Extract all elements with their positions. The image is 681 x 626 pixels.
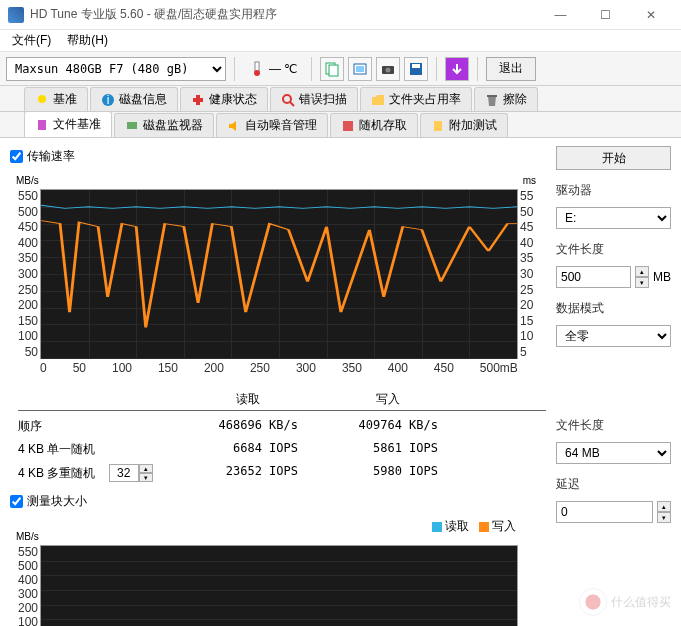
menu-help[interactable]: 帮助(H) (59, 30, 116, 51)
hdr-write: 写入 (318, 389, 458, 410)
random-icon (341, 119, 355, 133)
tab-extra[interactable]: 附加测试 (420, 113, 508, 137)
svg-rect-20 (343, 121, 353, 131)
transfer-rate-checkbox[interactable]: 传输速率 (10, 148, 546, 165)
tabs-row-2: 文件基准 磁盘监视器 自动噪音管理 随机存取 附加测试 (0, 112, 681, 138)
delay-input[interactable] (556, 501, 653, 523)
filelen-stepper[interactable]: ▴▾ (635, 266, 649, 288)
y-unit-left: MB/s (16, 175, 39, 186)
mode-select[interactable]: 全零 (556, 325, 671, 347)
svg-line-16 (290, 102, 294, 106)
app-icon (8, 7, 24, 23)
options-icon[interactable] (445, 57, 469, 81)
svg-rect-5 (356, 66, 364, 72)
titlebar: HD Tune 专业版 5.60 - 硬盘/固态硬盘实用程序 — ☐ ✕ (0, 0, 681, 30)
bulb-icon (35, 93, 49, 107)
menubar: 文件(F) 帮助(H) (0, 30, 681, 52)
copy-info-icon[interactable] (320, 57, 344, 81)
folder-icon (371, 93, 385, 107)
filelen-input[interactable] (556, 266, 631, 288)
transfer-chart (40, 189, 518, 359)
y-unit-right: ms (523, 175, 536, 186)
copy-screenshot-icon[interactable] (348, 57, 372, 81)
start-button[interactable]: 开始 (556, 146, 671, 170)
y-axis-right: 555045403530252015105 (520, 189, 538, 359)
delay-label: 延迟 (556, 476, 671, 493)
transfer-chart-wrap: MB/s ms 55050045040035030025020015010050… (40, 189, 518, 359)
temperature-value: — ℃ (269, 62, 297, 76)
tab-monitor[interactable]: 磁盘监视器 (114, 113, 214, 137)
blocksize-chart-wrap: MB/s 550500400300200100500 0.51248163264… (40, 545, 518, 626)
tab-benchmark[interactable]: 基准 (24, 87, 88, 111)
queue-depth-stepper[interactable]: ▴▾ (109, 464, 153, 482)
toolbar: Maxsun 480GB F7 (480 gB) — ℃ 退出 (0, 52, 681, 86)
tab-file-benchmark[interactable]: 文件基准 (24, 111, 112, 137)
exit-button[interactable]: 退出 (486, 57, 536, 81)
filelen2-select[interactable]: 64 MB (556, 442, 671, 464)
trash-icon (485, 93, 499, 107)
row-4k-single: 4 KB 单一随机 6684 IOPS 5861 IOPS (18, 438, 546, 461)
window-title: HD Tune 专业版 5.60 - 硬盘/固态硬盘实用程序 (30, 6, 538, 23)
row-sequential: 顺序 468696 KB/s 409764 KB/s (18, 415, 546, 438)
x-axis: 050100150200250300350400450500mB (40, 361, 518, 375)
svg-rect-9 (412, 64, 420, 68)
legend: 读取 写入 (10, 518, 516, 535)
svg-rect-3 (329, 65, 338, 76)
blocksize-checkbox[interactable]: 测量块大小 (10, 493, 546, 510)
svg-point-10 (38, 95, 46, 103)
side-panel: 开始 驱动器 E: 文件长度 ▴▾ MB 数据模式 全零 文件长度 64 MB … (556, 146, 671, 626)
save-icon[interactable] (404, 57, 428, 81)
plus-icon (191, 93, 205, 107)
blocksize-chart (40, 545, 518, 626)
extra-icon (431, 119, 445, 133)
svg-rect-19 (127, 122, 137, 129)
speaker-icon (227, 119, 241, 133)
file-bench-icon (35, 118, 49, 132)
tab-erase[interactable]: 擦除 (474, 87, 538, 111)
watermark-icon (579, 588, 607, 616)
svg-rect-21 (434, 121, 442, 131)
tab-info[interactable]: i磁盘信息 (90, 87, 178, 111)
monitor-icon (125, 119, 139, 133)
drive-select[interactable]: Maxsun 480GB F7 (480 gB) (6, 57, 226, 81)
hdr-read: 读取 (178, 389, 318, 410)
filelen-unit: MB (653, 270, 671, 284)
watermark: 什么值得买 (579, 588, 671, 616)
info-icon: i (101, 93, 115, 107)
maximize-button[interactable]: ☐ (583, 1, 628, 29)
tab-health[interactable]: 健康状态 (180, 87, 268, 111)
y-axis-left: 55050045040035030025020015010050 (12, 189, 38, 359)
y2-unit: MB/s (16, 531, 39, 542)
drive-letter-select[interactable]: E: (556, 207, 671, 229)
svg-rect-18 (38, 120, 46, 130)
filelen-label: 文件长度 (556, 241, 671, 258)
tab-folder[interactable]: 文件夹占用率 (360, 87, 472, 111)
thermometer-icon (249, 61, 265, 77)
tabs-row-1: 基准 i磁盘信息 健康状态 错误扫描 文件夹占用率 擦除 (0, 86, 681, 112)
camera-icon[interactable] (376, 57, 400, 81)
filelen2-label: 文件长度 (556, 417, 671, 434)
tab-scan[interactable]: 错误扫描 (270, 87, 358, 111)
main-panel: 传输速率 MB/s ms 550500450400350300250200150… (10, 146, 546, 626)
temperature-display: — ℃ (243, 61, 303, 77)
row-4k-multi: 4 KB 多重随机 ▴▾ 23652 IOPS 5980 IOPS (18, 461, 546, 485)
tab-aam[interactable]: 自动噪音管理 (216, 113, 328, 137)
search-icon (281, 93, 295, 107)
close-button[interactable]: ✕ (628, 1, 673, 29)
mode-label: 数据模式 (556, 300, 671, 317)
svg-point-15 (283, 95, 291, 103)
minimize-button[interactable]: — (538, 1, 583, 29)
content-area: 传输速率 MB/s ms 550500450400350300250200150… (0, 138, 681, 626)
tab-random[interactable]: 随机存取 (330, 113, 418, 137)
svg-point-1 (254, 70, 260, 76)
svg-text:i: i (107, 93, 110, 107)
delay-stepper[interactable]: ▴▾ (657, 501, 671, 523)
y2-axis: 550500400300200100500 (12, 545, 38, 626)
svg-point-7 (386, 67, 391, 72)
svg-rect-14 (193, 98, 203, 102)
results-table: 读取 写入 顺序 468696 KB/s 409764 KB/s 4 KB 单一… (18, 389, 546, 485)
menu-file[interactable]: 文件(F) (4, 30, 59, 51)
drive-label: 驱动器 (556, 182, 671, 199)
svg-rect-17 (487, 95, 497, 97)
